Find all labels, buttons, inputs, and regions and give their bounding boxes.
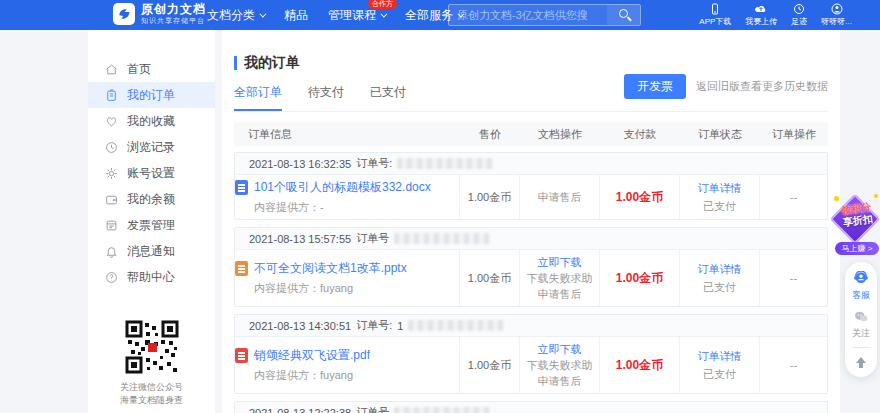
order-icon	[105, 89, 118, 102]
order-action-placeholder: --	[790, 191, 797, 203]
nav-item-categories[interactable]: 文档分类	[207, 7, 264, 24]
order-detail-link[interactable]: 订单详情	[698, 262, 742, 277]
order-detail-link[interactable]: 订单详情	[698, 181, 742, 196]
chevron-down-icon	[380, 10, 387, 17]
cloud-upload-icon	[755, 3, 767, 15]
site-logo[interactable]: 原创力文档 知识共享存储平台	[113, 3, 206, 25]
table-header: 订单信息 售价 文档操作 支付款 订单状态 订单操作	[234, 122, 828, 146]
pdf-file-icon	[235, 348, 248, 363]
content-provider: 内容提供方：fuyang	[254, 368, 353, 383]
top-navbar: 原创力文档 知识共享存储平台 文档分类 精品 管理课程 合作方 全部服务	[0, 0, 880, 30]
footprints[interactable]: 足迹	[791, 3, 807, 27]
order-no-prefix: 1	[397, 320, 403, 332]
decor-dot	[874, 194, 878, 198]
back-to-top-button[interactable]	[854, 355, 868, 369]
sidebar-item-notifications[interactable]: 消息通知	[88, 238, 215, 264]
nav-item-label: 管理课程	[328, 7, 376, 24]
follow-label: 关注	[852, 327, 870, 340]
nav-right-label: APP下载	[699, 16, 731, 27]
invoice-icon	[105, 219, 118, 232]
logo-icon	[113, 3, 135, 25]
after-sales-link[interactable]: 申请售后	[538, 189, 582, 205]
sidebar-item-label: 我的订单	[127, 87, 175, 104]
divider	[852, 347, 870, 348]
order-row: 销颂经典双飞设置.pdf 内容提供方：fuyang 1.00金币 立即下载 下载…	[235, 337, 827, 393]
order-meta-row: 2021-08-13 15:57:55 订单号	[235, 228, 827, 250]
user-account[interactable]: 呀呀呀...	[821, 3, 852, 27]
order-meta-row: 2021-08-13 16:32:35 订单号:	[235, 153, 827, 175]
username: 呀呀呀...	[821, 16, 852, 27]
sidebar-item-account-settings[interactable]: 账号设置	[88, 160, 215, 186]
after-sales-link[interactable]: 申请售后	[538, 373, 582, 389]
points-promo-widget: 领积分 享折扣 马上赚 >	[834, 194, 880, 258]
order-row: 不可全文阅读文档1改革.pptx 内容提供方：fuyang 1.00金币 立即下…	[235, 250, 827, 306]
nav-menu: 文档分类 精品 管理课程 合作方 全部服务	[207, 0, 462, 30]
order-row: 101个吸引人的标题模板332.docx 内容提供方：- 1.00金币 申请售后…	[235, 175, 827, 219]
word-file-icon	[235, 180, 248, 195]
sidebar-item-label: 我的收藏	[127, 113, 175, 130]
earn-now-button[interactable]: 马上赚 >	[835, 242, 879, 255]
logo-subtitle: 知识共享存储平台	[141, 16, 206, 25]
order-detail-link[interactable]: 订单详情	[698, 349, 742, 364]
heart-icon	[105, 115, 118, 128]
nav-item-premium[interactable]: 精品	[284, 7, 308, 24]
floating-toolbar: 客服 关注	[845, 262, 877, 377]
document-link[interactable]: 不可全文阅读文档1改革.pptx	[254, 260, 407, 277]
content-provider: 内容提供方：fuyang	[254, 281, 353, 296]
customer-service-button[interactable]: 客服	[852, 271, 870, 302]
app-download[interactable]: APP下载	[699, 3, 731, 27]
sidebar-item-label: 首页	[127, 61, 151, 78]
history-icon	[793, 3, 805, 15]
search-input[interactable]	[449, 5, 607, 25]
nav-item-label: 文档分类	[207, 7, 255, 24]
order-no-label: 订单号	[356, 405, 389, 413]
tab-paid[interactable]: 已支付	[370, 84, 406, 111]
partner-badge: 合作方	[368, 0, 397, 9]
document-link[interactable]: 101个吸引人的标题模板332.docx	[254, 179, 431, 196]
nav-right-group: APP下载 我要上传 足迹 呀呀呀...	[699, 0, 852, 30]
download-help-link[interactable]: 下载失败求助	[527, 270, 593, 286]
content-provider: 内容提供方：-	[254, 200, 324, 215]
order-list: 2021-08-13 16:32:35 订单号: 101个吸引人的标题模板332…	[234, 152, 828, 413]
invoice-button[interactable]: 开发票	[624, 74, 686, 99]
tab-all-orders[interactable]: 全部订单	[234, 84, 282, 111]
sidebar-item-history[interactable]: 浏览记录	[88, 134, 215, 160]
gear-icon	[105, 167, 118, 180]
page-title-text: 我的订单	[244, 54, 300, 72]
order-datetime: 2021-08-13 14:30:51	[249, 320, 351, 332]
order-datetime: 2021-08-13 12:22:38	[249, 407, 351, 413]
nav-item-courses[interactable]: 管理课程 合作方	[328, 7, 385, 24]
search-button[interactable]	[607, 5, 640, 25]
order-datetime: 2021-08-13 16:32:35	[249, 158, 351, 170]
upload[interactable]: 我要上传	[745, 3, 777, 27]
download-now-link[interactable]: 立即下载	[538, 341, 582, 357]
qr-caption-line1: 关注微信公众号	[88, 381, 215, 394]
sidebar-item-invoices[interactable]: 发票管理	[88, 212, 215, 238]
after-sales-link[interactable]: 申请售后	[538, 286, 582, 302]
order-number-redacted	[394, 407, 490, 413]
sidebar-item-favorites[interactable]: 我的收藏	[88, 108, 215, 134]
nav-item-label: 全部服务	[405, 7, 453, 24]
sidebar-item-balance[interactable]: 我的余额	[88, 186, 215, 212]
order-action-placeholder: --	[790, 359, 797, 371]
qr-code	[125, 320, 179, 374]
download-help-link[interactable]: 下载失败求助	[527, 357, 593, 373]
sidebar-item-help-center[interactable]: 帮助中心	[88, 264, 215, 290]
follow-button[interactable]: 关注	[852, 309, 870, 340]
customer-service-label: 客服	[852, 289, 870, 302]
document-link[interactable]: 销颂经典双飞设置.pdf	[254, 347, 370, 364]
sidebar-item-label: 消息通知	[127, 243, 175, 260]
clock-icon	[105, 141, 118, 154]
wechat-icon	[853, 309, 869, 325]
sidebar-item-home[interactable]: 首页	[88, 56, 215, 82]
legacy-version-link[interactable]: 返回旧版查看更多历史数据	[696, 79, 828, 94]
page-title: 我的订单	[234, 54, 300, 72]
tab-unpaid[interactable]: 待支付	[308, 84, 344, 111]
paid-amount: 1.00金币	[616, 270, 663, 287]
help-icon	[105, 271, 118, 284]
download-now-link[interactable]: 立即下载	[538, 254, 582, 270]
col-price: 售价	[460, 127, 520, 142]
wechat-qr-block: 关注微信公众号 海量文档随身查	[88, 320, 215, 407]
sidebar-item-label: 帮助中心	[127, 269, 175, 286]
sidebar-item-my-orders[interactable]: 我的订单	[88, 82, 215, 108]
